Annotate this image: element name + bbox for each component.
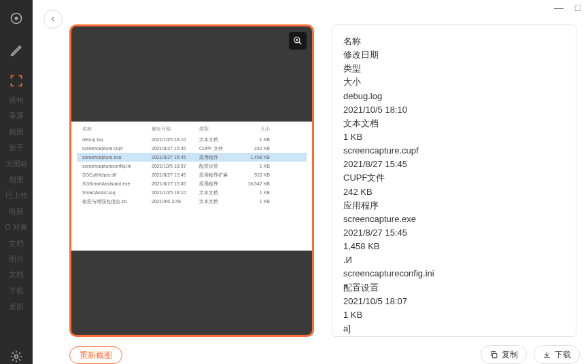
copy-icon xyxy=(489,350,498,359)
table-row: screencapture.exe2021/8/27 15:45应用程序1,45… xyxy=(77,153,307,162)
ocr-line: screencapture.exe xyxy=(343,213,565,226)
screenshot-preview: 名称 修改日期 类型 大小 debug.log2021/10/5 18:10文本… xyxy=(69,24,314,337)
col-date: 修改日期 xyxy=(152,126,199,132)
ocr-line: 2021/10/5 18:07 xyxy=(343,295,565,308)
ocr-line: .И xyxy=(343,253,565,267)
table-row: screencaptureconfig.ini2021/10/5 18:07配置… xyxy=(77,162,307,170)
minimize-button[interactable]: — xyxy=(554,3,564,12)
fullscreen-icon[interactable] xyxy=(9,73,24,88)
ocr-line: 配置设置 xyxy=(343,281,565,295)
table-row: SGSmartAssistant.exe2021/8/27 15:45应用程序1… xyxy=(77,179,307,188)
ocr-line: 2021/10/5 18:10 xyxy=(343,103,565,117)
ocr-line: 1,458 KB xyxy=(343,240,565,253)
sidebar-label: 图片 xyxy=(0,254,33,264)
back-button[interactable] xyxy=(44,10,63,29)
window-controls: — □ xyxy=(554,3,583,12)
sidebar-label: 文档 xyxy=(0,270,33,280)
ocr-line: 2021/8/27 15:45 xyxy=(343,226,565,240)
magnify-plus-icon xyxy=(293,36,302,46)
download-icon xyxy=(542,350,551,359)
table-row: debug.log2021/10/5 18:10文本文档1 KB xyxy=(77,135,307,144)
settings-icon[interactable] xyxy=(9,349,24,364)
svg-rect-4 xyxy=(492,353,497,358)
sidebar-label: 相册 xyxy=(0,175,33,185)
ocr-line: 类型 xyxy=(343,62,565,75)
ocr-line: 242 KB xyxy=(343,185,565,199)
bottom-actions: 复制 下载 xyxy=(481,345,580,364)
ocr-line: debug.log xyxy=(343,90,565,103)
copy-label: 复制 xyxy=(502,349,518,361)
ocr-line: 1 KB xyxy=(343,130,565,144)
sidebar-label: 新手 xyxy=(0,143,33,153)
inner-screenshot: 名称 修改日期 类型 大小 debug.log2021/10/5 18:10文本… xyxy=(71,122,312,251)
ocr-line: CUPF文件 xyxy=(343,171,565,185)
col-type: 类型 xyxy=(199,126,240,132)
table-row: SmartAssist.log2021/10/5 18:10文本文档1 KB xyxy=(77,188,307,197)
sidebar-label: 大图标 xyxy=(0,159,33,169)
ocr-line: 文本文档 xyxy=(343,117,565,130)
recapture-button[interactable]: 重新截图 xyxy=(69,346,122,364)
sidebar-label: 截图 xyxy=(0,127,33,137)
ocr-line: 2021/8/27 15:45 xyxy=(343,158,565,171)
sidebar-label: O 对象 xyxy=(0,222,33,232)
maximize-button[interactable]: □ xyxy=(573,3,583,12)
ocr-line: screencapture.cupf xyxy=(343,144,565,158)
sidebar-label: 录屏 xyxy=(0,111,33,121)
ocr-line: 名称 xyxy=(343,35,565,48)
sidebar-label: 电脑 xyxy=(0,206,33,217)
ocr-line: 应用程序 xyxy=(343,199,565,213)
download-label: 下载 xyxy=(555,349,571,361)
ocr-line: 大小 xyxy=(343,75,565,89)
ocr-result-panel[interactable]: 名称修改日期类型大小debug.log2021/10/5 18:10文本文档1 … xyxy=(332,24,576,337)
sidebar-label: 下载 xyxy=(0,286,33,296)
col-size: 大小 xyxy=(240,126,274,132)
ocr-line: screencaptureconfig.ini xyxy=(343,267,565,280)
sidebar-label: 已上传 xyxy=(0,190,33,200)
table-row: SGCutHelper.dll2021/8/27 15:45应用程序扩展910 … xyxy=(77,170,307,179)
ocr-line: 1 KB xyxy=(343,308,565,322)
table-row: 创意与增强包信息.txt2021/9/6 3:48文本文档1 KB xyxy=(77,197,307,206)
ocr-line: 应用程序扩展 xyxy=(343,335,565,337)
ocr-line: a] xyxy=(343,322,565,335)
sidebar-labels: 选句 录屏 截图 新手 大图标 相册 已上传 电脑 O 对象 文档 图片 文档 … xyxy=(0,95,33,312)
col-name: 名称 xyxy=(77,126,152,132)
sidebar-label: 桌面 xyxy=(0,302,33,312)
table-row: screencapture.cupf2021/8/27 15:45CUPF 文件… xyxy=(77,144,307,153)
ocr-line: 修改日期 xyxy=(343,48,565,62)
copy-button[interactable]: 复制 xyxy=(481,345,527,364)
download-button[interactable]: 下载 xyxy=(534,345,580,364)
svg-point-1 xyxy=(15,17,18,20)
svg-point-2 xyxy=(15,355,18,359)
expand-button[interactable] xyxy=(289,32,307,50)
sidebar-label: 选句 xyxy=(0,95,33,105)
chevron-left-icon xyxy=(50,16,56,22)
record-icon[interactable] xyxy=(9,11,24,26)
edit-icon[interactable] xyxy=(9,42,24,57)
sidebar-label: 文档 xyxy=(0,238,33,249)
